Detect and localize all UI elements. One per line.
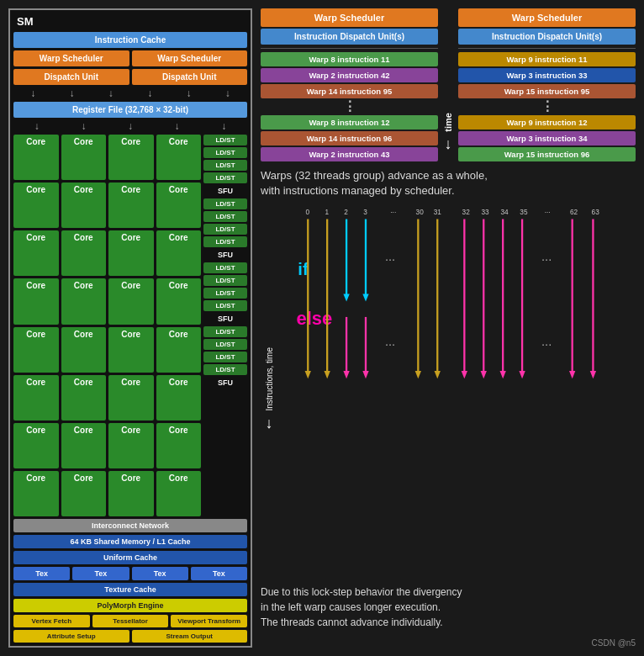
arrows-down: ↓↓↓↓↓↓: [13, 87, 247, 99]
warp-row-r5: Warp 3 instruction 34: [458, 131, 636, 145]
bottom-line3: The threads cannot advance individually.: [261, 615, 636, 630]
warp-scheduler-2: Warp Scheduler: [132, 50, 248, 66]
svg-text:33: 33: [482, 209, 490, 216]
svg-text:if: if: [298, 260, 309, 278]
svg-text:2: 2: [344, 209, 348, 216]
tex-4: Tex: [191, 567, 247, 580]
ldst-12: LD/ST: [203, 300, 247, 311]
interconnect-network: Interconnect Network: [13, 519, 247, 532]
ldst-11: LD/ST: [203, 288, 247, 299]
ldst-8: LD/ST: [203, 236, 247, 247]
ldst-16: LD/ST: [203, 364, 247, 375]
core-6: Core: [61, 183, 107, 228]
core-18: Core: [61, 327, 107, 373]
svg-marker-43: [590, 371, 596, 378]
svg-marker-33: [481, 371, 487, 378]
core-32: Core: [156, 471, 202, 516]
uniform-cache: Uniform Cache: [13, 551, 247, 564]
bottom-text: Due to this lock-step behavior the diver…: [261, 585, 636, 630]
core-12: Core: [156, 230, 202, 276]
svg-text:62: 62: [570, 209, 578, 216]
warp-dispatch-header-left: Instruction Dispatch Unit(s): [261, 29, 438, 45]
tex-2: Tex: [72, 567, 129, 580]
ldst-5: LD/ST: [203, 198, 247, 209]
warp-row-r2: Warp 3 instruction 33: [458, 68, 636, 82]
attrib-setup: Attribute Setup: [13, 630, 129, 643]
right-panel: Warp Scheduler Instruction Dispatch Unit…: [261, 8, 636, 648]
warp-row-r3: Warp 15 instruction 95: [458, 84, 636, 98]
warp-row-l1: Warp 8 instruction 11: [261, 52, 438, 66]
cores-grid: Core Core Core Core Core Core Core Core …: [13, 135, 201, 516]
svg-text:30: 30: [416, 209, 425, 216]
svg-text:35: 35: [520, 209, 528, 216]
svg-marker-41: [569, 371, 575, 378]
warp-scheduler-row: Warp Scheduler Warp Scheduler: [13, 50, 247, 66]
sm-panel: SM Instruction Cache Warp Scheduler Warp…: [8, 8, 252, 648]
warp-row-l5: Warp 14 instruction 96: [261, 131, 438, 145]
core-21: Core: [13, 375, 59, 421]
svg-text:···: ···: [541, 252, 552, 266]
main-container: SM Instruction Cache Warp Scheduler Warp…: [0, 0, 644, 656]
cores-section: Core Core Core Core Core Core Core Core …: [13, 135, 247, 516]
core-5: Core: [13, 183, 59, 228]
sep-right: [458, 48, 636, 49]
warp-dispatch-header-right: Instruction Dispatch Unit(s): [458, 29, 636, 45]
warp-row-l4: Warp 8 instruction 12: [261, 115, 438, 130]
ldst-14: LD/ST: [203, 339, 247, 350]
svg-marker-21: [343, 294, 349, 302]
core-28: Core: [156, 423, 202, 468]
sfu-3: SFU: [203, 313, 247, 325]
core-10: Core: [61, 230, 107, 276]
core-17: Core: [13, 327, 59, 373]
svg-text:···: ···: [385, 252, 395, 266]
core-1: Core: [13, 135, 59, 180]
svg-marker-47: [362, 371, 368, 378]
polymorph-row2: Attribute Setup Stream Output: [13, 630, 247, 643]
warp-row-l6: Warp 2 instruction 43: [261, 147, 438, 161]
arrows-down2: ↓↓↓↓↓: [13, 120, 247, 132]
tex-1: Tex: [13, 567, 70, 580]
bottom-line2: in the left warp causes longer execution…: [261, 600, 636, 615]
core-3: Core: [108, 135, 154, 180]
core-14: Core: [61, 278, 107, 324]
ldst-3: LD/ST: [203, 160, 247, 171]
warp-dots-r: ⋮: [458, 100, 636, 114]
diverge-svg: 0 1 2 3 ··· 30 31 32 33 34 35 ··· 62 63 …: [281, 205, 636, 390]
core-22: Core: [61, 375, 107, 421]
core-16: Core: [156, 278, 202, 324]
credit: CSDN @n5: [261, 638, 636, 648]
sfu-2: SFU: [203, 249, 247, 261]
svg-marker-29: [435, 371, 441, 378]
svg-marker-45: [343, 371, 349, 378]
register-file: Register File (32,768 × 32-bit): [13, 102, 247, 118]
warp-dots-l: ⋮: [261, 100, 438, 114]
ldst-6: LD/ST: [203, 211, 247, 222]
warp-section: Warp Scheduler Instruction Dispatch Unit…: [261, 8, 636, 161]
bottom-line1: Due to this lock-step behavior the diver…: [261, 585, 636, 600]
warp-row-r1: Warp 9 instruction 11: [458, 52, 636, 66]
texture-cache: Texture Cache: [13, 583, 247, 596]
sep-left: [261, 48, 438, 49]
warp-scheduler-header-left: Warp Scheduler: [261, 8, 438, 27]
warp-row-l3: Warp 14 instruction 95: [261, 84, 438, 98]
svg-marker-35: [500, 371, 506, 378]
core-25: Core: [13, 423, 59, 468]
svg-text:···: ···: [545, 209, 551, 216]
core-2: Core: [61, 135, 107, 180]
ldst-2: LD/ST: [203, 147, 247, 158]
ldst-sfu-col: LD/ST LD/ST LD/ST LD/ST SFU LD/ST LD/ST …: [203, 135, 247, 516]
core-27: Core: [108, 423, 154, 468]
time-arrow-down: ↓: [445, 135, 452, 153]
svg-text:···: ···: [541, 337, 552, 351]
warp-scheduler-header-right: Warp Scheduler: [458, 8, 636, 27]
svg-text:31: 31: [434, 209, 442, 216]
core-11: Core: [108, 230, 154, 276]
dispatch-unit-row: Dispatch Unit Dispatch Unit: [13, 69, 247, 85]
svg-marker-17: [305, 371, 311, 378]
svg-marker-37: [519, 371, 525, 378]
core-26: Core: [61, 423, 107, 468]
sfu-1: SFU: [203, 185, 247, 197]
instruction-cache: Instruction Cache: [13, 32, 247, 48]
stream-output: Stream Output: [132, 630, 248, 643]
desc-line1: Warps (32 threads group) advance as a wh…: [261, 168, 636, 183]
